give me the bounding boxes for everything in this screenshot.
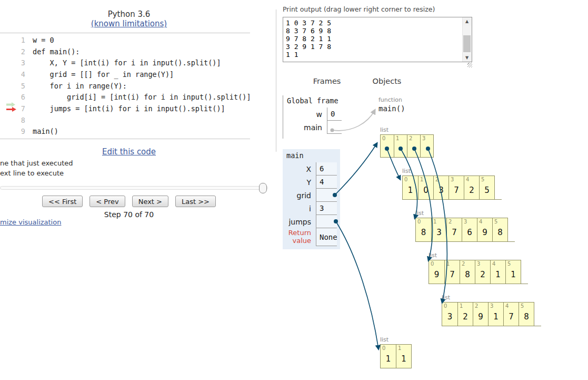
variable-value: 0	[331, 110, 335, 118]
cell-index: 3	[421, 135, 425, 141]
print-output-scrollbar[interactable]: ▲ ▼	[462, 17, 472, 62]
print-output-text: 1 0 3 7 2 5 8 3 7 6 9 8 9 7 8 2 1 1 3 2 …	[286, 19, 331, 59]
code-text: jumps = [int(i) for i in input().split()…	[33, 104, 225, 113]
resize-handle-icon[interactable]	[467, 63, 472, 67]
cell-value: 8	[416, 225, 431, 241]
edit-code-link[interactable]: Edit this code	[102, 147, 156, 157]
python-tutor-page: Python 3.6 (known limitations) 1w = 02de…	[0, 0, 588, 380]
cell-index: 2	[434, 176, 438, 182]
arrow-grid-to-list	[335, 143, 377, 195]
list-cell: 47	[503, 303, 519, 326]
code-text: grid = [[] for _ in range(Y)]	[33, 70, 174, 79]
cell-value: 6	[462, 225, 477, 241]
variable-row: main	[287, 121, 342, 134]
function-object: function main()	[378, 96, 405, 113]
variable-value: 4	[320, 178, 324, 186]
list-cell: 13	[431, 218, 446, 241]
main-frame-vars: X6Y4gridi3jumpsReturn valueNone	[286, 162, 337, 246]
code-line: 9main()	[0, 126, 266, 138]
list-cells: 0123	[380, 134, 434, 158]
step-slider-track[interactable]	[0, 186, 268, 190]
variable-row: jumps	[286, 215, 337, 228]
heap-list-grid: list0123	[380, 126, 434, 158]
arrow-jumps-to-list	[336, 221, 378, 349]
cell-value: 7	[504, 309, 519, 326]
list-cell: 27	[446, 218, 462, 241]
cell-value: 5	[480, 182, 494, 199]
variable-row: Return valueNone	[286, 228, 337, 246]
first-button[interactable]: << First	[42, 196, 83, 207]
list-cell: 58	[519, 303, 534, 326]
cell-value: 3	[434, 182, 449, 199]
variable-row: grid	[286, 189, 337, 202]
global-frame: Global frame w0main	[283, 95, 342, 139]
variable-name: jumps	[288, 215, 316, 228]
variable-row: Y4	[286, 176, 337, 189]
list-cell: 42	[464, 176, 479, 199]
variable-name: w	[316, 108, 327, 121]
print-output-textarea[interactable]: 1 0 3 7 2 5 8 3 7 6 9 8 9 7 8 2 1 1 3 2 …	[283, 17, 472, 62]
list-cell: 32	[475, 260, 490, 284]
code-lines: 1w = 02def main():3 X, Y = [int(i) for i…	[0, 34, 266, 137]
variable-value-cell	[327, 121, 342, 134]
variable-value-cell	[316, 215, 337, 228]
variable-row: w0	[287, 108, 342, 121]
list-type-label: list	[402, 168, 495, 174]
heap-list-row-2: list091728324151	[428, 252, 521, 284]
last-button[interactable]: Last >>	[175, 196, 216, 207]
cell-index: 5	[493, 218, 497, 225]
cell-index: 4	[504, 303, 509, 309]
list-type-label: list	[415, 210, 508, 217]
code-text: grid[i] = [int(i) for i in input().split…	[33, 93, 251, 101]
cell-index: 3	[475, 260, 480, 267]
customize-visualization-link[interactable]: mize visualization	[0, 218, 61, 226]
list-type-label: list	[428, 252, 521, 259]
line-number: 8	[0, 116, 33, 124]
variable-value-cell: 0	[327, 108, 342, 121]
cell-index: 0	[416, 218, 421, 225]
cell-value: 8	[519, 309, 534, 326]
step-slider-thumb[interactable]	[259, 183, 267, 193]
line-number: 1	[0, 36, 33, 44]
cell-index: 1	[396, 345, 401, 351]
scrollbar-up-icon[interactable]: ▲	[463, 17, 471, 25]
variable-name: main	[304, 121, 327, 134]
code-line: 6 grid[i] = [int(i) for i in input().spl…	[0, 91, 266, 103]
list-cell: 17	[444, 260, 460, 284]
line-number: 6	[0, 93, 33, 101]
cell-value: 7	[449, 182, 464, 199]
cell-value: 3	[432, 225, 446, 241]
main-frame-label: main	[286, 151, 337, 160]
variable-value-cell: None	[316, 228, 337, 246]
list-cell: 23	[433, 176, 449, 199]
objects-header: Objects	[358, 77, 416, 85]
next-button[interactable]: Next >	[132, 196, 168, 207]
arrow-cell2-to-row2	[414, 149, 432, 260]
cell-value: 7	[445, 267, 460, 284]
code-line: 5 for i in range(Y):	[0, 80, 266, 92]
list-cell: 28	[460, 260, 475, 284]
function-type-label: function	[378, 96, 405, 103]
known-limitations-link[interactable]: (known limitations)	[91, 19, 167, 28]
line-number: 9	[0, 127, 33, 135]
cell-value: 1	[489, 309, 503, 326]
cell-index: 1	[445, 260, 450, 267]
scrollbar-down-icon[interactable]: ▼	[463, 54, 471, 62]
line-number: 2	[0, 47, 33, 56]
scrollbar-thumb[interactable]	[463, 35, 471, 52]
code-text: X, Y = [int(i) for i in input().split()]	[33, 59, 221, 67]
prev-button[interactable]: < Prev	[89, 196, 125, 207]
print-output-label: Print output (drag lower right corner to…	[283, 5, 435, 13]
legend-next-to-execute: ext line to execute	[0, 169, 64, 177]
variable-name: i	[309, 202, 316, 215]
cell-index: 0	[429, 260, 434, 267]
list-cell: 0	[381, 135, 394, 157]
cell-value: 9	[429, 267, 444, 284]
cell-index: 2	[447, 218, 452, 225]
cell-index: 0	[381, 135, 385, 141]
variable-name: Return value	[286, 228, 316, 246]
variable-value-cell: 6	[316, 162, 337, 176]
code-text: main()	[33, 127, 58, 135]
list-cell: 08	[416, 218, 431, 241]
cell-index: 5	[506, 260, 511, 267]
